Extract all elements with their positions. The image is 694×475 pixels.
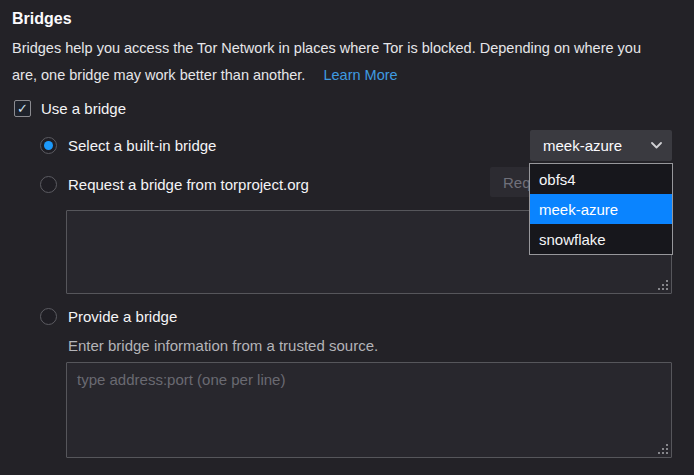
dropdown-option-obfs4[interactable]: obfs4 bbox=[530, 164, 672, 194]
learn-more-link[interactable]: Learn More bbox=[323, 67, 397, 83]
dropdown-option-meek-azure[interactable]: meek-azure bbox=[530, 194, 672, 224]
builtin-bridge-select-value: meek-azure bbox=[543, 137, 651, 154]
description-line-2: are, one bridge may work better than ano… bbox=[12, 67, 398, 83]
request-bridge-radio[interactable] bbox=[40, 176, 57, 193]
resize-grip-icon[interactable] bbox=[658, 444, 669, 455]
builtin-bridge-dropdown-popup: obfs4 meek-azure snowflake bbox=[529, 163, 673, 255]
provide-bridge-textarea[interactable] bbox=[66, 362, 672, 458]
radio-selected-dot bbox=[44, 141, 53, 150]
builtin-bridge-radio[interactable] bbox=[40, 137, 57, 154]
provide-bridge-label[interactable]: Provide a bridge bbox=[68, 308, 177, 325]
request-bridge-label[interactable]: Request a bridge from torproject.org bbox=[68, 176, 309, 193]
resize-grip-icon[interactable] bbox=[658, 280, 669, 291]
checkmark-icon: ✓ bbox=[17, 102, 28, 115]
builtin-bridge-label[interactable]: Select a built-in bridge bbox=[68, 137, 216, 154]
use-bridge-label[interactable]: Use a bridge bbox=[41, 100, 126, 117]
description-line-1: Bridges help you access the Tor Network … bbox=[12, 40, 641, 56]
provide-bridge-radio[interactable] bbox=[40, 308, 57, 325]
provide-bridge-helper-text: Enter bridge information from a trusted … bbox=[68, 337, 378, 354]
use-bridge-checkbox[interactable]: ✓ bbox=[14, 100, 31, 117]
chevron-down-icon bbox=[651, 142, 662, 149]
section-title: Bridges bbox=[12, 10, 72, 28]
description-line-2-text: are, one bridge may work better than ano… bbox=[12, 67, 305, 83]
dropdown-option-snowflake[interactable]: snowflake bbox=[530, 224, 672, 254]
builtin-bridge-select[interactable]: meek-azure bbox=[530, 130, 672, 161]
bridges-settings-panel: Bridges Bridges help you access the Tor … bbox=[0, 0, 694, 475]
